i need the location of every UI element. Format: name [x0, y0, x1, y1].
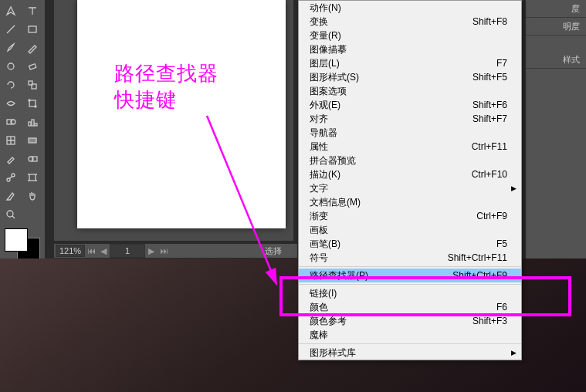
tool-symbol[interactable]: [1, 169, 21, 186]
tool-shape[interactable]: [1, 113, 21, 130]
menu-item-label: 图案选项: [310, 85, 347, 98]
svg-rect-14: [29, 138, 36, 143]
nav-next-icon[interactable]: ▶: [146, 245, 157, 256]
svg-rect-2: [29, 64, 36, 69]
tool-brush[interactable]: [1, 39, 21, 56]
menu-item[interactable]: 魔棒: [299, 328, 521, 342]
tool-gradient[interactable]: [22, 132, 42, 149]
tool-blob[interactable]: [1, 58, 21, 75]
panels-dock: 度 明度 样式: [526, 0, 586, 259]
menu-item-label: 魔棒: [310, 329, 328, 342]
fill-swatch[interactable]: [5, 228, 28, 252]
menu-item-shortcut: Ctrl+F9: [476, 211, 507, 221]
svg-rect-0: [29, 26, 36, 32]
svg-rect-12: [35, 123, 37, 126]
menu-item[interactable]: 图层(L)F7: [299, 56, 521, 70]
menu-item[interactable]: 拼合器预览: [299, 154, 521, 167]
tool-eraser[interactable]: [22, 58, 42, 75]
menu-item-label: 符号: [310, 252, 328, 265]
menu-item[interactable]: 渐变Ctrl+F9: [299, 209, 521, 223]
menu-item-label: 对齐: [310, 113, 328, 126]
menu-item[interactable]: 属性Ctrl+F11: [299, 140, 521, 154]
menu-item[interactable]: 图像描摹: [299, 42, 521, 56]
canvas-area: [54, 0, 293, 241]
menu-item-label: 画笔(B): [310, 238, 340, 251]
submenu-arrow-icon: ▶: [511, 349, 517, 357]
menu-item[interactable]: 画笔(B)F5: [299, 237, 521, 251]
menu-item-label: 颜色: [310, 301, 328, 314]
menu-item[interactable]: 图形样式(S)Shift+F5: [299, 70, 521, 84]
menu-item-label: 画板: [310, 224, 328, 237]
artboard[interactable]: [77, 0, 286, 228]
tool-mesh[interactable]: [1, 132, 21, 149]
svg-rect-5: [29, 100, 36, 106]
svg-rect-11: [32, 120, 34, 126]
tool-line[interactable]: [1, 21, 21, 38]
menu-item[interactable]: 图形样式库▶: [299, 346, 521, 360]
submenu-arrow-icon: ▶: [511, 184, 517, 192]
nav-prev-icon[interactable]: ◀: [98, 245, 109, 256]
svg-point-20: [7, 211, 13, 217]
tool-rotate[interactable]: [1, 76, 21, 93]
tool-hand[interactable]: [22, 188, 42, 204]
menu-item[interactable]: 颜色F6: [299, 300, 521, 314]
menu-item-label: 链接(I): [310, 287, 337, 300]
menu-item-shortcut: Ctrl+F11: [472, 141, 507, 152]
menu-item-label: 导航器: [310, 127, 337, 140]
menu-item[interactable]: 文档信息(M): [299, 195, 521, 209]
zoom-level[interactable]: 121%: [56, 245, 85, 257]
menu-item-label: 图形样式(S): [310, 71, 359, 84]
menu-item[interactable]: 链接(I): [299, 286, 521, 300]
menu-item[interactable]: 变换Shift+F8: [299, 15, 521, 29]
color-swatches[interactable]: [0, 227, 43, 261]
annotation-line2: 快捷键: [114, 86, 218, 113]
menu-item[interactable]: 导航器: [299, 126, 521, 140]
annotation-label: 路径查找器 快捷键: [114, 60, 218, 113]
tool-scale[interactable]: [22, 76, 42, 93]
tool-blend[interactable]: [22, 150, 42, 167]
menu-item[interactable]: 变量(R): [299, 29, 521, 42]
menu-item-label: 外观(E): [310, 99, 340, 112]
menu-item[interactable]: 对齐Shift+F7: [299, 112, 521, 126]
tool-type[interactable]: [22, 2, 42, 19]
menu-item[interactable]: 外观(E)Shift+F6: [299, 98, 521, 112]
menu-item-label: 属性: [310, 140, 328, 154]
menu-item-shortcut: Shift+F5: [473, 72, 507, 83]
menu-item[interactable]: 画板: [299, 223, 521, 237]
menu-item-shortcut: Shift+F3: [473, 316, 507, 326]
menu-item-label: 动作(N): [310, 2, 341, 15]
page-input[interactable]: [110, 244, 145, 258]
tool-free[interactable]: [22, 95, 42, 112]
tool-width[interactable]: [1, 95, 21, 112]
svg-rect-19: [29, 174, 36, 181]
menu-item-shortcut: Shift+Ctrl+F11: [448, 252, 507, 263]
menu-item-label: 颜色参考: [310, 315, 347, 328]
tool-slice[interactable]: [1, 188, 21, 204]
menu-item-label: 拼合器预览: [310, 154, 356, 167]
nav-first-icon[interactable]: ⏮: [86, 245, 97, 256]
panel-item[interactable]: 度: [526, 0, 586, 18]
tool-artboard[interactable]: [22, 169, 42, 186]
tool-graph[interactable]: [22, 113, 42, 130]
tool-pencil[interactable]: [22, 39, 42, 56]
menu-item-label: 图形样式库: [310, 346, 356, 360]
menu-item[interactable]: 路径查找器(P)Shift+Ctrl+F9: [299, 269, 521, 282]
menu-item[interactable]: 文字▶: [299, 181, 521, 195]
menu-item-shortcut: Shift+Ctrl+F9: [452, 270, 507, 281]
panel-item[interactable]: 样式: [526, 51, 586, 69]
menu-item[interactable]: 颜色参考Shift+F3: [299, 314, 521, 328]
panel-item[interactable]: 明度: [526, 18, 586, 35]
menu-item-shortcut: Shift+F6: [473, 100, 507, 110]
tool-eyedrop[interactable]: [1, 150, 21, 167]
menu-item[interactable]: 动作(N): [299, 1, 521, 15]
tool-pen[interactable]: [1, 2, 21, 19]
menu-item[interactable]: 图案选项: [299, 84, 521, 98]
nav-last-icon[interactable]: ⏭: [158, 245, 169, 256]
menu-item[interactable]: 符号Shift+Ctrl+F11: [299, 251, 521, 265]
menu-item[interactable]: 描边(K)Ctrl+F10: [299, 167, 521, 181]
menu-item-shortcut: Ctrl+F10: [472, 169, 507, 180]
annotation-line1: 路径查找器: [114, 60, 218, 86]
tool-rect[interactable]: [22, 21, 42, 38]
tool-zoom[interactable]: [1, 206, 21, 223]
toolbox: [0, 0, 45, 260]
